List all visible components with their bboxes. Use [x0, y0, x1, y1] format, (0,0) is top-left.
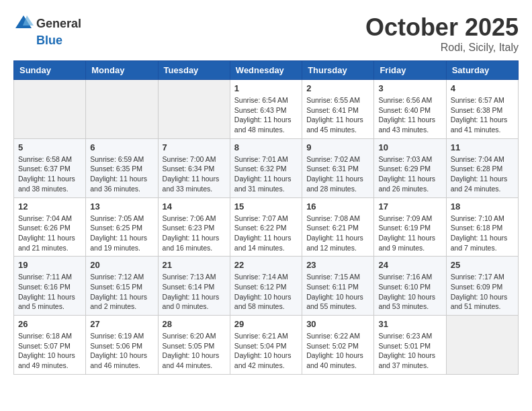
- day-number: 18: [451, 201, 514, 212]
- day-number: 5: [18, 142, 81, 152]
- calendar-cell: 31Sunrise: 6:23 AM Sunset: 5:01 PM Dayli…: [374, 316, 446, 375]
- day-info: Sunrise: 7:01 AM Sunset: 6:32 PM Dayligh…: [234, 154, 298, 194]
- day-info: Sunrise: 7:13 AM Sunset: 6:14 PM Dayligh…: [163, 272, 226, 312]
- day-info: Sunrise: 7:06 AM Sunset: 6:23 PM Dayligh…: [163, 214, 226, 253]
- weekday-header: Tuesday: [158, 61, 230, 80]
- logo: General Blue: [13, 13, 81, 48]
- day-info: Sunrise: 6:58 AM Sunset: 6:37 PM Dayligh…: [18, 154, 81, 194]
- day-number: 12: [18, 201, 81, 212]
- day-number: 9: [306, 142, 369, 152]
- weekday-header: Wednesday: [230, 61, 302, 80]
- calendar-table: SundayMondayTuesdayWednesdayThursdayFrid…: [13, 60, 519, 375]
- day-info: Sunrise: 6:20 AM Sunset: 5:05 PM Dayligh…: [163, 331, 226, 371]
- calendar-cell: 28Sunrise: 6:20 AM Sunset: 5:05 PM Dayli…: [158, 316, 230, 375]
- calendar-cell: 14Sunrise: 7:06 AM Sunset: 6:23 PM Dayli…: [158, 197, 230, 257]
- weekday-header: Monday: [86, 61, 158, 80]
- calendar-cell: 25Sunrise: 7:17 AM Sunset: 6:09 PM Dayli…: [446, 257, 518, 316]
- location-title: Rodi, Sicily, Italy: [365, 42, 519, 54]
- day-info: Sunrise: 7:05 AM Sunset: 6:25 PM Dayligh…: [90, 214, 153, 253]
- day-number: 31: [378, 319, 441, 329]
- calendar-cell: 3Sunrise: 6:56 AM Sunset: 6:40 PM Daylig…: [374, 80, 446, 139]
- calendar-cell: 29Sunrise: 6:21 AM Sunset: 5:04 PM Dayli…: [230, 316, 302, 375]
- calendar-week-row: 5Sunrise: 6:58 AM Sunset: 6:37 PM Daylig…: [14, 138, 519, 197]
- day-number: 3: [378, 83, 441, 93]
- calendar-cell: [14, 80, 86, 139]
- day-number: 22: [234, 260, 298, 270]
- day-number: 24: [378, 260, 441, 270]
- day-number: 27: [90, 319, 153, 329]
- day-number: 13: [90, 201, 153, 212]
- day-number: 11: [451, 142, 514, 152]
- day-info: Sunrise: 6:22 AM Sunset: 5:02 PM Dayligh…: [306, 331, 369, 371]
- calendar-cell: 16Sunrise: 7:08 AM Sunset: 6:21 PM Dayli…: [302, 197, 374, 257]
- calendar-cell: 24Sunrise: 7:16 AM Sunset: 6:10 PM Dayli…: [374, 257, 446, 316]
- day-number: 28: [163, 319, 226, 329]
- day-number: 16: [306, 201, 369, 212]
- month-title: October 2025: [365, 13, 519, 42]
- calendar-week-row: 19Sunrise: 7:11 AM Sunset: 6:16 PM Dayli…: [14, 257, 519, 316]
- day-info: Sunrise: 7:16 AM Sunset: 6:10 PM Dayligh…: [378, 272, 441, 312]
- calendar-cell: 30Sunrise: 6:22 AM Sunset: 5:02 PM Dayli…: [302, 316, 374, 375]
- day-info: Sunrise: 7:08 AM Sunset: 6:21 PM Dayligh…: [306, 214, 369, 253]
- calendar-cell: 7Sunrise: 7:00 AM Sunset: 6:34 PM Daylig…: [158, 138, 230, 197]
- day-info: Sunrise: 6:56 AM Sunset: 6:40 PM Dayligh…: [378, 95, 441, 135]
- day-info: Sunrise: 7:09 AM Sunset: 6:19 PM Dayligh…: [378, 214, 441, 253]
- calendar-week-row: 26Sunrise: 6:18 AM Sunset: 5:07 PM Dayli…: [14, 316, 519, 375]
- calendar-cell: 26Sunrise: 6:18 AM Sunset: 5:07 PM Dayli…: [14, 316, 86, 375]
- title-area: October 2025 Rodi, Sicily, Italy: [365, 13, 519, 54]
- day-number: 6: [90, 142, 153, 152]
- day-number: 20: [90, 260, 153, 270]
- day-info: Sunrise: 7:11 AM Sunset: 6:16 PM Dayligh…: [18, 272, 81, 312]
- calendar-cell: [158, 80, 230, 139]
- day-info: Sunrise: 7:10 AM Sunset: 6:18 PM Dayligh…: [451, 214, 514, 253]
- calendar-cell: [86, 80, 158, 139]
- calendar-cell: 13Sunrise: 7:05 AM Sunset: 6:25 PM Dayli…: [86, 197, 158, 257]
- day-number: 15: [234, 201, 298, 212]
- day-number: 1: [234, 83, 298, 93]
- calendar-cell: 4Sunrise: 6:57 AM Sunset: 6:38 PM Daylig…: [446, 80, 518, 139]
- day-number: 29: [234, 319, 298, 329]
- day-info: Sunrise: 6:57 AM Sunset: 6:38 PM Dayligh…: [451, 95, 514, 135]
- day-info: Sunrise: 7:15 AM Sunset: 6:11 PM Dayligh…: [306, 272, 369, 312]
- calendar-week-row: 12Sunrise: 7:04 AM Sunset: 6:26 PM Dayli…: [14, 197, 519, 257]
- calendar-cell: 20Sunrise: 7:12 AM Sunset: 6:15 PM Dayli…: [86, 257, 158, 316]
- weekday-header: Thursday: [302, 61, 374, 80]
- day-info: Sunrise: 6:21 AM Sunset: 5:04 PM Dayligh…: [234, 331, 298, 371]
- day-number: 19: [18, 260, 81, 270]
- day-info: Sunrise: 6:23 AM Sunset: 5:01 PM Dayligh…: [378, 331, 441, 371]
- calendar-cell: 10Sunrise: 7:03 AM Sunset: 6:29 PM Dayli…: [374, 138, 446, 197]
- day-info: Sunrise: 6:54 AM Sunset: 6:43 PM Dayligh…: [234, 95, 298, 135]
- day-info: Sunrise: 7:17 AM Sunset: 6:09 PM Dayligh…: [451, 272, 514, 312]
- calendar-cell: 15Sunrise: 7:07 AM Sunset: 6:22 PM Dayli…: [230, 197, 302, 257]
- day-info: Sunrise: 6:19 AM Sunset: 5:06 PM Dayligh…: [90, 331, 153, 371]
- day-number: 4: [451, 83, 514, 93]
- day-info: Sunrise: 7:14 AM Sunset: 6:12 PM Dayligh…: [234, 272, 298, 312]
- day-info: Sunrise: 7:12 AM Sunset: 6:15 PM Dayligh…: [90, 272, 153, 312]
- day-number: 30: [306, 319, 369, 329]
- day-info: Sunrise: 7:07 AM Sunset: 6:22 PM Dayligh…: [234, 214, 298, 253]
- day-number: 2: [306, 83, 369, 93]
- day-number: 26: [18, 319, 81, 329]
- logo-icon: [13, 13, 34, 34]
- day-info: Sunrise: 6:18 AM Sunset: 5:07 PM Dayligh…: [18, 331, 81, 371]
- weekday-header: Friday: [374, 61, 446, 80]
- day-info: Sunrise: 7:00 AM Sunset: 6:34 PM Dayligh…: [163, 154, 226, 194]
- calendar-cell: 2Sunrise: 6:55 AM Sunset: 6:41 PM Daylig…: [302, 80, 374, 139]
- calendar-cell: [446, 316, 518, 375]
- day-number: 7: [163, 142, 226, 152]
- day-number: 14: [163, 201, 226, 212]
- day-number: 23: [306, 260, 369, 270]
- logo-general-text: General: [36, 17, 81, 31]
- calendar-cell: 22Sunrise: 7:14 AM Sunset: 6:12 PM Dayli…: [230, 257, 302, 316]
- calendar-cell: 23Sunrise: 7:15 AM Sunset: 6:11 PM Dayli…: [302, 257, 374, 316]
- calendar-cell: 27Sunrise: 6:19 AM Sunset: 5:06 PM Dayli…: [86, 316, 158, 375]
- day-number: 21: [163, 260, 226, 270]
- calendar-cell: 18Sunrise: 7:10 AM Sunset: 6:18 PM Dayli…: [446, 197, 518, 257]
- weekday-header: Sunday: [14, 61, 86, 80]
- calendar-cell: 6Sunrise: 6:59 AM Sunset: 6:35 PM Daylig…: [86, 138, 158, 197]
- day-number: 8: [234, 142, 298, 152]
- calendar-cell: 11Sunrise: 7:04 AM Sunset: 6:28 PM Dayli…: [446, 138, 518, 197]
- day-info: Sunrise: 7:03 AM Sunset: 6:29 PM Dayligh…: [378, 154, 441, 194]
- day-info: Sunrise: 6:59 AM Sunset: 6:35 PM Dayligh…: [90, 154, 153, 194]
- day-info: Sunrise: 6:55 AM Sunset: 6:41 PM Dayligh…: [306, 95, 369, 135]
